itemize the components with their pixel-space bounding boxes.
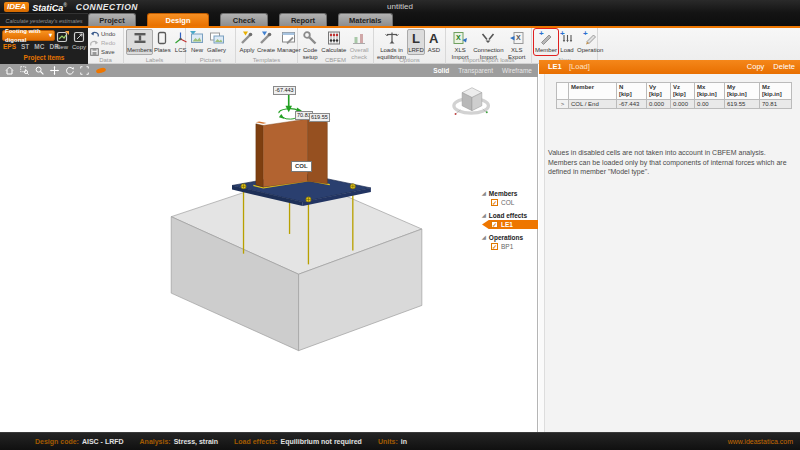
cell-n[interactable]: -67.443 xyxy=(617,100,647,109)
new-project-item-button[interactable]: New xyxy=(54,31,70,50)
tab-project[interactable]: Project xyxy=(88,13,136,26)
tab-report[interactable]: Report xyxy=(279,13,327,26)
new-load-icon: + xyxy=(559,30,575,46)
cell-vy[interactable]: 0.000 xyxy=(647,100,671,109)
view-mode-transparent[interactable]: Transparent xyxy=(458,67,493,74)
design-code-switch: EPS ST MC DR xyxy=(3,43,59,50)
col-checkbox[interactable]: ✓ xyxy=(491,199,498,206)
view-mode-wireframe[interactable]: Wireframe xyxy=(502,67,532,74)
group-label-pictures: Pictures xyxy=(186,57,235,63)
paint-style-icon[interactable] xyxy=(95,66,107,75)
ribbon-group-new: + Member + Load + xyxy=(532,28,598,64)
copy-item-label: Copy xyxy=(72,44,86,50)
create-template-button[interactable]: Create xyxy=(256,29,276,55)
create-template-label: Create xyxy=(257,47,275,54)
tab-design[interactable]: Design xyxy=(147,13,209,26)
copy-project-item-button[interactable]: Copy xyxy=(71,31,87,50)
plates-icon xyxy=(154,30,170,46)
zoom-window-icon[interactable] xyxy=(20,66,29,75)
calculate-button[interactable]: Calculate xyxy=(320,29,347,55)
column-member[interactable] xyxy=(256,116,331,187)
tree-section-members[interactable]: ◢ Members xyxy=(482,189,538,198)
tree-item-bp1[interactable]: ✓ BP1 xyxy=(491,242,538,251)
pan-icon[interactable] xyxy=(50,66,59,75)
project-item-dropdown[interactable]: Footing with digonal ▾ xyxy=(2,30,55,41)
save-button[interactable]: Save xyxy=(90,47,115,56)
website-link[interactable]: www.ideastatica.com xyxy=(728,438,793,445)
members-label-button[interactable]: Members xyxy=(126,29,153,55)
tree-item-col[interactable]: ✓ COL xyxy=(491,198,538,207)
svg-text:A: A xyxy=(429,31,439,46)
cell-my[interactable]: 619.55 xyxy=(725,100,760,109)
undo-button[interactable]: Undo xyxy=(90,29,115,38)
gallery-icon xyxy=(209,30,225,46)
apply-template-label: Apply xyxy=(239,47,254,54)
col-n: N[kip] xyxy=(617,83,647,100)
statusbar: Design code:AISC - LRFD Analysis:Stress,… xyxy=(0,432,800,450)
delete-load-button[interactable]: Delete xyxy=(773,60,795,74)
asd-button[interactable]: A ASD xyxy=(425,29,443,55)
new-picture-button[interactable]: New xyxy=(188,29,206,55)
app-name: CONNECTION xyxy=(76,2,138,12)
gallery-label: Gallery xyxy=(207,47,226,54)
tree-section-operations[interactable]: ◢ Operations xyxy=(482,233,538,242)
svg-text:+: + xyxy=(539,30,544,38)
chevron-down-icon: ▾ xyxy=(49,31,52,40)
cell-member[interactable]: COL / End xyxy=(569,100,617,109)
row-marker: > xyxy=(557,100,569,109)
zoom-icon[interactable] xyxy=(35,66,44,75)
ribbon-group-cbfem: Code setup Calculate xyxy=(298,28,374,64)
col-vy: Vy[kip] xyxy=(647,83,671,100)
new-member-button[interactable]: + Member xyxy=(534,29,558,55)
asd-label: ASD xyxy=(428,47,440,54)
svg-text:X: X xyxy=(516,34,521,41)
zoom-extents-icon[interactable] xyxy=(80,66,89,75)
plates-label-button[interactable]: Plates xyxy=(153,29,172,55)
code-st[interactable]: ST xyxy=(21,43,29,50)
le1-checkbox[interactable]: ✓ xyxy=(491,221,498,228)
project-panel: Footing with digonal ▾ EPS ST MC DR New … xyxy=(0,28,88,64)
rotate-icon[interactable] xyxy=(65,66,74,75)
moment-my-label: 619.55 xyxy=(309,113,330,122)
tree-members-label: Members xyxy=(489,190,518,197)
cell-mz[interactable]: 70.81 xyxy=(760,100,792,109)
asd-letter-icon: A xyxy=(426,30,442,46)
code-mc[interactable]: MC xyxy=(34,43,44,50)
table-row[interactable]: > COL / End -67.443 0.000 0.000 0.00 619… xyxy=(557,100,792,109)
tab-materials[interactable]: Materials xyxy=(338,13,393,26)
new-operation-icon: + xyxy=(582,30,598,46)
registered-mark: ® xyxy=(63,2,67,8)
lrfd-button[interactable]: L LRFD xyxy=(407,29,425,55)
cell-vz[interactable]: 0.000 xyxy=(671,100,695,109)
code-eps[interactable]: EPS xyxy=(3,43,16,50)
copy-load-button[interactable]: Copy xyxy=(747,60,765,74)
group-label-import-export: Import/Export loads xyxy=(446,57,531,63)
navigation-cube[interactable] xyxy=(454,88,489,115)
tree-section-load-effects[interactable]: ◢ Load effects xyxy=(482,211,538,220)
viewport-3d[interactable]: Solid Transparent Wireframe xyxy=(0,64,538,432)
new-load-button[interactable]: + Load xyxy=(558,29,576,55)
tree-item-le1[interactable]: ✓ LE1 xyxy=(482,220,538,229)
panel-scrollbar[interactable] xyxy=(539,74,545,432)
redo-button[interactable]: Redo xyxy=(90,38,115,47)
col-member: Member xyxy=(569,83,617,100)
create-template-icon xyxy=(258,30,274,46)
status-analysis: Analysis:Stress, strain xyxy=(140,438,218,445)
scene-3d[interactable]: -67.443 70.81 619.55 COL ◢ Members ✓ COL… xyxy=(0,77,538,432)
new-operation-button[interactable]: + Operation xyxy=(576,29,604,55)
column-tag: COL xyxy=(291,161,312,172)
idea-logo-icon: IDEA xyxy=(4,2,29,12)
new-item-icon xyxy=(56,31,69,43)
apply-template-button[interactable]: Apply xyxy=(238,29,256,55)
home-view-icon[interactable] xyxy=(5,66,14,75)
new-operation-label: Operation xyxy=(577,47,603,54)
bp1-checkbox[interactable]: ✓ xyxy=(491,243,498,250)
ribbon-group-import-export: X XLS Import Connection Import X xyxy=(446,28,532,64)
gallery-button[interactable]: Gallery xyxy=(206,29,227,55)
cell-mx[interactable]: 0.00 xyxy=(695,100,725,109)
tab-check[interactable]: Check xyxy=(220,13,268,26)
project-item-name: Footing with digonal xyxy=(5,27,49,45)
table-header-row: Member N[kip] Vy[kip] Vz[kip] Mx[kip.in]… xyxy=(557,83,792,100)
group-label-templates: Templates xyxy=(236,57,297,63)
view-mode-solid[interactable]: Solid xyxy=(433,67,449,74)
